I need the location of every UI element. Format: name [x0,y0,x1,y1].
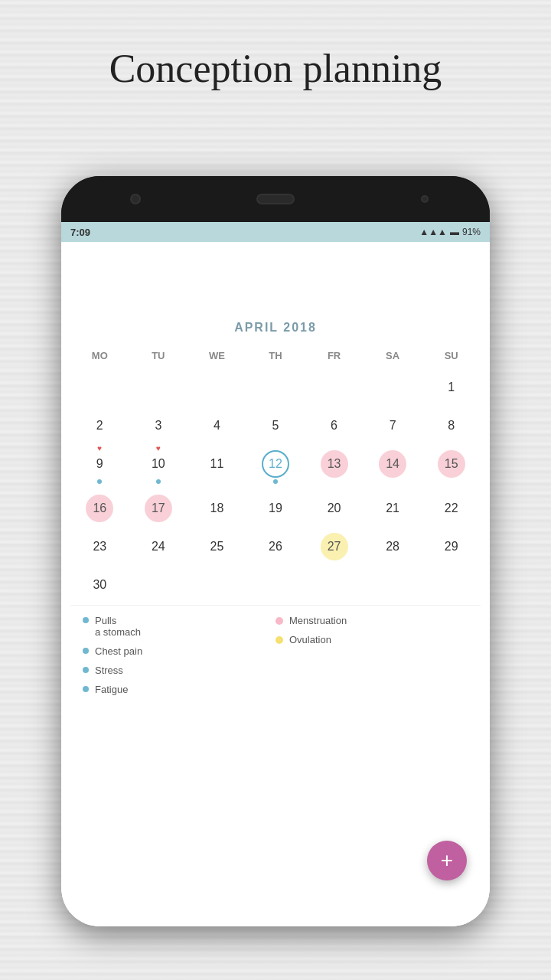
cal-day-21[interactable]: 21 [379,495,406,522]
front-camera [130,194,141,204]
cal-cell-2[interactable]: 2 [70,407,129,444]
cal-day-15[interactable]: 15 [438,450,465,478]
legend-fatigue: Fatigue [83,684,276,695]
cal-day-3[interactable]: 3 [145,412,172,439]
cal-day-23[interactable]: 23 [86,533,113,560]
cal-day-4[interactable]: 4 [203,412,230,439]
cal-cell-18[interactable]: 18 [187,490,246,527]
cal-day-27[interactable]: 27 [321,533,348,560]
tab-calendar[interactable]: CALENDAR [73,281,276,309]
cal-cell-30[interactable]: 30 [70,567,129,603]
cal-cell-9[interactable]: ♥ 9 [70,446,129,488]
phone-screen: 7:09 ▲▲▲ ▬ 91% 13 april 2018 CALENDAR NO… [61,222,490,926]
cal-cell-empty [364,369,422,406]
cal-cell-1[interactable]: 1 [422,369,481,406]
cal-day-empty [203,374,230,401]
status-bar: 7:09 ▲▲▲ ▬ 91% [61,222,490,242]
cal-cell-empty [70,369,129,406]
week-4: 16 17 18 19 20 21 22 [70,490,481,527]
cal-day-10[interactable]: 10 [145,450,172,478]
cal-day-16[interactable]: 16 [86,495,113,522]
cal-cell-25[interactable]: 25 [187,528,246,565]
cal-day-2[interactable]: 2 [86,412,113,439]
cal-cell-8[interactable]: 8 [422,407,481,444]
cal-cell-28[interactable]: 28 [364,528,422,565]
cal-day-6[interactable]: 6 [321,412,348,439]
day-labels-row: MO TU WE TH FR SA SU [70,347,481,364]
cal-day-9[interactable]: 9 [86,450,113,478]
cal-day-24[interactable]: 24 [145,533,172,560]
cal-cell-5[interactable]: 5 [246,407,305,444]
legend-label-chest: Chest pain [95,645,142,657]
tab-notes[interactable]: NOTES [276,281,478,309]
cal-cell-15[interactable]: 15 [422,446,481,488]
heart-icon-9: ♥ [97,444,102,452]
cal-cell-6[interactable]: 6 [305,407,364,444]
dot-9 [97,479,102,484]
cal-day-19[interactable]: 19 [262,495,289,522]
cal-cell-27[interactable]: 27 [305,528,364,565]
week-2: 2 3 4 5 6 7 8 [70,407,481,444]
cal-cell-17[interactable]: 17 [129,490,188,527]
menu-button[interactable] [73,256,90,267]
cal-day-1[interactable]: 1 [438,374,465,401]
cal-cell-empty [305,567,364,603]
cal-day-13[interactable]: 13 [321,450,348,478]
cal-day-25[interactable]: 25 [203,533,230,560]
heart-icon-10: ♥ [156,444,161,452]
cal-cell-19[interactable]: 19 [246,490,305,527]
legend-label-fatigue: Fatigue [95,684,128,695]
cal-day-7[interactable]: 7 [379,412,406,439]
cal-cell-14[interactable]: 14 [364,446,422,488]
cal-day-20[interactable]: 20 [321,495,348,522]
cal-cell-11[interactable]: 11 [187,446,246,488]
day-label-mo: MO [70,347,129,364]
cal-cell-7[interactable]: 7 [364,407,422,444]
cal-cell-12[interactable]: 12 [246,446,305,488]
legend-label-ovulation: Ovulation [289,634,331,645]
cal-cell-10[interactable]: ♥ 10 [129,446,188,488]
cal-cell-29[interactable]: 29 [422,528,481,565]
cal-cell-22[interactable]: 22 [422,490,481,527]
cal-day-8[interactable]: 8 [438,412,465,439]
cal-day-11[interactable]: 11 [203,450,230,478]
cal-day-5[interactable]: 5 [262,412,289,439]
cal-day-26[interactable]: 26 [262,533,289,560]
cal-day-18[interactable]: 18 [203,495,230,522]
status-right: ▲▲▲ ▬ 91% [419,227,481,237]
cal-cell-empty [246,369,305,406]
fab-add-button[interactable]: + [427,841,467,880]
cal-day-22[interactable]: 22 [438,495,465,522]
cal-day-12[interactable]: 12 [262,450,289,478]
header-top: 13 april 2018 [73,253,478,270]
cal-cell-4[interactable]: 4 [187,407,246,444]
cal-cell-20[interactable]: 20 [305,490,364,527]
phone-frame: 7:09 ▲▲▲ ▬ 91% 13 april 2018 CALENDAR NO… [61,176,490,926]
cal-cell-26[interactable]: 26 [246,528,305,565]
cal-day-14[interactable]: 14 [379,450,406,478]
cal-day-empty [379,374,406,401]
cal-cell-empty [422,567,481,603]
cal-day-28[interactable]: 28 [379,533,406,560]
cal-day-17[interactable]: 17 [145,495,172,522]
cal-cell-21[interactable]: 21 [364,490,422,527]
header-date: 13 april 2018 [103,253,191,270]
day-label-sa: SA [364,347,422,364]
cal-day-29[interactable]: 29 [438,533,465,560]
calendar-grid: MO TU WE TH FR SA SU 1 [70,347,481,603]
cal-day-30[interactable]: 30 [86,571,113,599]
menu-line-3 [73,266,90,267]
cal-cell-empty [129,567,188,603]
cal-cell-empty [364,567,422,603]
cal-cell-24[interactable]: 24 [129,528,188,565]
cal-cell-23[interactable]: 23 [70,528,129,565]
phone-top-bezel [61,176,490,222]
legend-pulls: Pullsa stomach [83,615,276,638]
cal-cell-3[interactable]: 3 [129,407,188,444]
earpiece [256,194,295,204]
legend-left: Pullsa stomach Chest pain Stress Fatigue [83,615,276,703]
cal-cell-13[interactable]: 13 [305,446,364,488]
legend-chest: Chest pain [83,645,276,657]
cal-cell-16[interactable]: 16 [70,490,129,527]
day-label-su: SU [422,347,481,364]
